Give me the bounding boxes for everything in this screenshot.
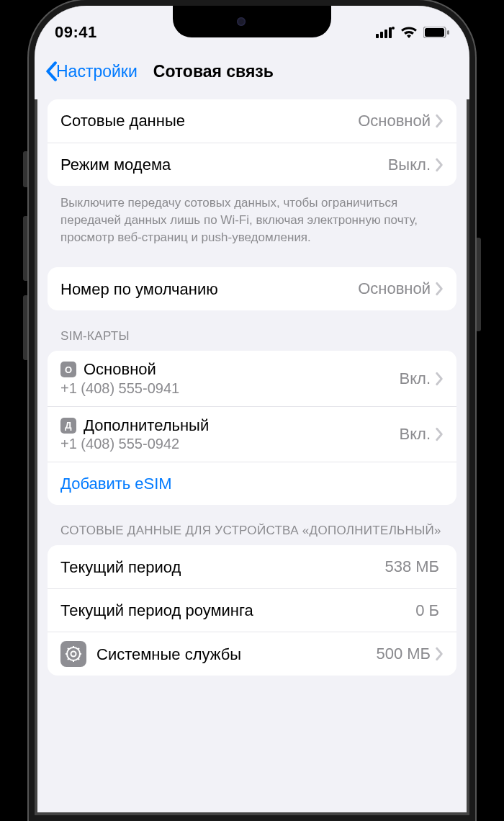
sim-number: +1 (408) 555-0942 [60, 435, 400, 453]
row-default-voice-line[interactable]: Номер по умолчанию Основной [48, 267, 456, 310]
group-default-line: Номер по умолчанию Основной [48, 267, 456, 310]
row-system-services[interactable]: Системные службы 500 МБ [48, 632, 456, 676]
cell-label: Номер по умолчанию [60, 279, 358, 300]
cell-value: Основной [358, 112, 431, 130]
svg-rect-1 [380, 32, 383, 38]
section-header-sims: SIM-карты [48, 310, 456, 351]
back-button[interactable]: Настройки [45, 61, 138, 81]
cell-value: Основной [358, 279, 431, 298]
sim-name: Дополнительный [84, 416, 209, 436]
cellular-signal-icon [376, 27, 395, 38]
back-label: Настройки [56, 62, 138, 81]
battery-icon [423, 27, 449, 38]
wifi-icon [400, 26, 418, 39]
svg-line-16 [68, 658, 69, 660]
chevron-right-icon [435, 372, 444, 386]
group-sim-cards: О Основной +1 (408) 555-0941 Вкл. Д Допо… [48, 351, 456, 505]
svg-rect-0 [376, 34, 379, 38]
svg-line-14 [68, 648, 69, 650]
side-button-power [475, 238, 481, 331]
chevron-right-icon [435, 647, 444, 661]
cell-label: Сотовые данные [60, 111, 358, 131]
svg-line-17 [78, 648, 79, 650]
row-sim-secondary[interactable]: Д Дополнительный +1 (408) 555-0942 Вкл. [48, 406, 456, 462]
sim-number: +1 (408) 555-0941 [60, 380, 400, 398]
svg-rect-6 [425, 28, 444, 37]
notch [173, 6, 331, 37]
svg-point-9 [71, 652, 76, 657]
svg-point-4 [392, 27, 395, 30]
row-cellular-data[interactable]: Сотовые данные Основной [48, 99, 456, 143]
cell-value: 0 Б [415, 601, 439, 620]
chevron-right-icon [435, 282, 444, 296]
side-button-vol-up [23, 216, 29, 281]
cell-label: Текущий период роуминга [60, 601, 415, 621]
chevron-right-icon [435, 427, 444, 441]
side-button-vol-down [23, 295, 29, 360]
cell-label: Системные службы [96, 645, 376, 665]
row-sim-primary[interactable]: О Основной +1 (408) 555-0941 Вкл. [48, 351, 456, 406]
svg-rect-7 [447, 30, 449, 35]
row-current-period[interactable]: Текущий период 538 МБ [48, 545, 456, 588]
sim-badge-icon: О [60, 362, 76, 377]
section-header-usage: Сотовые данные для устройства «Дополните… [48, 505, 456, 545]
svg-rect-3 [389, 27, 392, 38]
row-current-period-roaming[interactable]: Текущий период роуминга 0 Б [48, 588, 456, 632]
cell-value: Выкл. [388, 156, 431, 174]
cell-label: Текущий период [60, 557, 384, 578]
page-title: Сотовая связь [153, 62, 274, 81]
group-footer-note: Выключите передачу сотовых данных, чтобы… [48, 186, 456, 246]
phone-frame: 09:41 Настройки [29, 0, 475, 821]
status-icons [376, 26, 449, 39]
chevron-right-icon [435, 158, 444, 172]
cell-value: 500 МБ [376, 645, 431, 663]
add-esim-label: Добавить eSIM [60, 474, 444, 494]
nav-bar: Настройки Сотовая связь [35, 49, 469, 99]
cell-label: Режим модема [60, 155, 388, 175]
cell-value: 538 МБ [384, 557, 439, 576]
svg-rect-2 [384, 30, 387, 38]
sim-state: Вкл. [400, 425, 431, 444]
sim-name: Основной [84, 359, 156, 380]
gear-icon [60, 641, 86, 667]
sim-badge-icon: Д [60, 418, 76, 434]
front-camera-icon [237, 17, 246, 26]
chevron-right-icon [435, 114, 444, 128]
svg-line-15 [78, 658, 79, 660]
status-time: 09:41 [55, 23, 97, 42]
group-data-usage: Текущий период 538 МБ Текущий период роу… [48, 545, 456, 676]
content-scroll[interactable]: Сотовые данные Основной Режим модема Вык… [35, 99, 469, 815]
side-button-silence [23, 151, 29, 187]
row-add-esim[interactable]: Добавить eSIM [48, 462, 456, 505]
sim-state: Вкл. [400, 369, 431, 388]
group-cellular-options: Сотовые данные Основной Режим модема Вык… [48, 99, 456, 186]
row-personal-hotspot[interactable]: Режим модема Выкл. [48, 143, 456, 186]
